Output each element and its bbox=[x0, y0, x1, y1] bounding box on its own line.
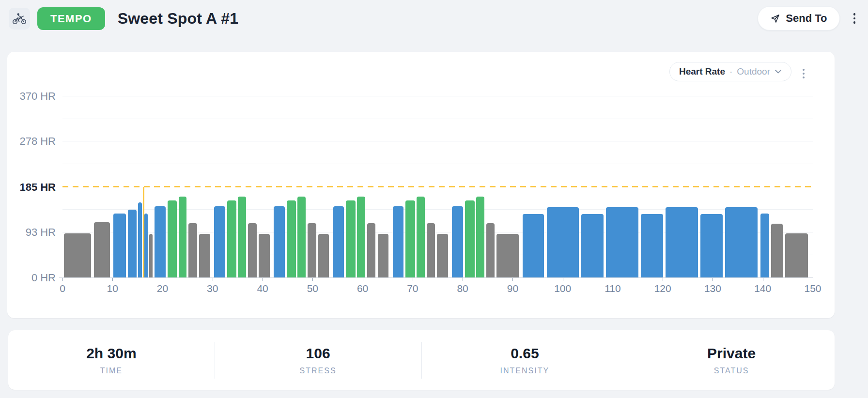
hr-bar[interactable] bbox=[188, 223, 197, 278]
stat-intensity-label: INTENSITY bbox=[422, 367, 628, 375]
hr-bar[interactable] bbox=[417, 197, 425, 277]
x-axis-tick bbox=[312, 278, 313, 281]
hr-bar[interactable] bbox=[367, 223, 376, 278]
hr-bar[interactable] bbox=[452, 206, 463, 277]
hr-bar[interactable] bbox=[94, 222, 110, 277]
x-axis-tick bbox=[713, 278, 713, 281]
hr-bar[interactable] bbox=[476, 197, 484, 277]
x-axis-label: 20 bbox=[146, 283, 180, 294]
hr-bar[interactable] bbox=[581, 214, 604, 277]
stat-time: 2h 30m TIME bbox=[8, 345, 215, 375]
hr-bar[interactable] bbox=[318, 234, 329, 277]
gridline-minor bbox=[62, 164, 813, 164]
hr-bar[interactable] bbox=[486, 223, 495, 278]
hr-bar[interactable] bbox=[297, 197, 306, 277]
stat-stress-value: 106 bbox=[215, 345, 421, 362]
hr-bar[interactable] bbox=[113, 214, 126, 277]
workout-detail-page: TEMPO Sweet Spot A #1 Send To Heart Rate… bbox=[0, 0, 868, 398]
stat-status-value: Private bbox=[628, 345, 835, 362]
hr-bar[interactable] bbox=[64, 233, 91, 277]
hr-bar[interactable] bbox=[523, 214, 544, 277]
x-axis-tick bbox=[413, 278, 413, 281]
y-axis-label: 93 HR bbox=[9, 226, 56, 239]
hr-bar[interactable] bbox=[760, 214, 770, 277]
chart-card: Heart Rate · Outdoor 0 HR93 HR185 HR278 … bbox=[7, 52, 835, 318]
hr-bar[interactable] bbox=[427, 223, 435, 278]
send-to-button[interactable]: Send To bbox=[758, 6, 839, 31]
stat-intensity-value: 0.65 bbox=[422, 345, 628, 362]
hr-bar[interactable] bbox=[666, 207, 698, 277]
hr-chart-plot: 0 HR93 HR185 HR278 HR370 HR0102030405060… bbox=[62, 52, 813, 304]
hr-bar[interactable] bbox=[199, 234, 210, 277]
hr-bar[interactable] bbox=[405, 200, 415, 277]
hr-bar[interactable] bbox=[227, 200, 237, 277]
hr-bar[interactable] bbox=[496, 234, 519, 277]
hr-bar[interactable] bbox=[214, 206, 225, 277]
header-actions: Send To bbox=[758, 6, 858, 31]
hr-bar[interactable] bbox=[149, 234, 153, 277]
x-axis-tick bbox=[763, 278, 763, 281]
hr-bar[interactable] bbox=[168, 200, 177, 277]
hr-bar[interactable] bbox=[179, 197, 187, 277]
hr-bar[interactable] bbox=[725, 207, 758, 277]
x-axis-label: 120 bbox=[646, 283, 680, 294]
hr-bar[interactable] bbox=[606, 207, 638, 277]
x-axis-label: 30 bbox=[196, 283, 230, 294]
workout-stats-bar: 2h 30m TIME 106 STRESS 0.65 INTENSITY Pr… bbox=[8, 330, 835, 390]
sport-icon-box bbox=[9, 8, 30, 30]
stat-time-value: 2h 30m bbox=[8, 345, 215, 362]
hr-bar[interactable] bbox=[641, 214, 664, 277]
y-axis-label: 278 HR bbox=[9, 135, 56, 148]
header: TEMPO Sweet Spot A #1 Send To bbox=[9, 0, 858, 37]
hr-bar[interactable] bbox=[346, 200, 356, 277]
x-axis-label: 60 bbox=[346, 283, 380, 294]
x-axis-label: 100 bbox=[546, 283, 580, 294]
stat-intensity: 0.65 INTENSITY bbox=[422, 345, 628, 375]
x-axis-tick bbox=[563, 278, 563, 281]
hr-bar[interactable] bbox=[547, 207, 579, 277]
x-axis-label: 90 bbox=[496, 283, 529, 294]
x-axis-label: 10 bbox=[95, 283, 129, 294]
hr-bar[interactable] bbox=[238, 197, 246, 277]
hr-bar[interactable] bbox=[465, 200, 475, 277]
hr-bar[interactable] bbox=[138, 202, 142, 277]
x-axis-tick bbox=[363, 278, 363, 281]
threshold-line bbox=[62, 186, 813, 187]
send-icon bbox=[770, 14, 780, 24]
hr-bar[interactable] bbox=[357, 197, 365, 277]
hr-bar[interactable] bbox=[378, 234, 389, 277]
x-axis-line bbox=[59, 277, 813, 278]
x-axis-tick bbox=[112, 278, 113, 281]
hr-bar[interactable] bbox=[287, 200, 296, 277]
header-menu-button[interactable] bbox=[851, 11, 859, 26]
x-axis-label: 70 bbox=[396, 283, 430, 294]
hr-bar[interactable] bbox=[248, 223, 257, 278]
x-axis-tick bbox=[613, 278, 613, 281]
x-axis-label: 140 bbox=[746, 283, 780, 294]
y-axis-label: 185 HR bbox=[9, 181, 56, 194]
hr-bar[interactable] bbox=[333, 206, 344, 277]
cyclist-icon bbox=[12, 13, 27, 25]
send-to-label: Send To bbox=[786, 12, 827, 25]
hr-bar[interactable] bbox=[308, 223, 316, 278]
hr-bar[interactable] bbox=[128, 210, 137, 277]
x-axis-tick bbox=[62, 278, 63, 281]
hr-bar[interactable] bbox=[700, 214, 723, 277]
hr-bar[interactable] bbox=[785, 233, 808, 277]
x-axis-label: 110 bbox=[596, 283, 630, 294]
y-axis-label: 370 HR bbox=[9, 90, 56, 103]
hr-bar[interactable] bbox=[274, 206, 285, 277]
hr-bar[interactable] bbox=[259, 234, 270, 277]
hr-bar[interactable] bbox=[771, 224, 783, 277]
x-axis-tick bbox=[463, 278, 463, 281]
hr-bar[interactable] bbox=[155, 206, 166, 277]
hr-bar[interactable] bbox=[393, 206, 404, 277]
gridline-minor bbox=[62, 119, 813, 119]
hr-bar[interactable] bbox=[437, 234, 448, 277]
x-axis-tick bbox=[663, 278, 663, 281]
chart-cursor[interactable] bbox=[143, 187, 144, 278]
stat-stress: 106 STRESS bbox=[215, 345, 421, 375]
hr-bar[interactable] bbox=[144, 214, 147, 277]
workout-title: Sweet Spot A #1 bbox=[118, 10, 239, 28]
gridline-major bbox=[62, 96, 813, 96]
